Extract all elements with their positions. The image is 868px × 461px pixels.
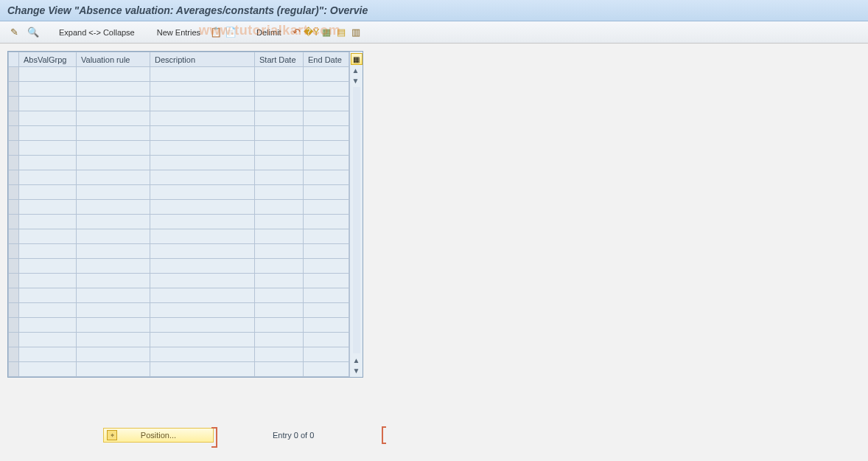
- cell-absvalgrpg[interactable]: [19, 229, 77, 244]
- cell-end-date[interactable]: [304, 97, 349, 111]
- row-selector[interactable]: [9, 318, 19, 333]
- row-selector[interactable]: [9, 185, 19, 200]
- table-row[interactable]: [9, 274, 349, 288]
- col-header-description[interactable]: Description: [150, 52, 255, 67]
- cell-description[interactable]: [150, 362, 255, 377]
- cell-start-date[interactable]: [255, 82, 304, 97]
- cell-end-date[interactable]: [304, 170, 349, 185]
- cell-absvalgrpg[interactable]: [19, 318, 77, 333]
- row-selector[interactable]: [9, 229, 19, 244]
- cell-end-date[interactable]: [304, 333, 349, 347]
- table-row[interactable]: [9, 82, 349, 97]
- cell-start-date[interactable]: [255, 215, 304, 229]
- row-selector[interactable]: [9, 362, 19, 377]
- row-selector[interactable]: [9, 347, 19, 362]
- cell-end-date[interactable]: [304, 288, 349, 303]
- cell-end-date[interactable]: [304, 347, 349, 362]
- scroll-down-icon[interactable]: ▲: [351, 355, 362, 365]
- cell-description[interactable]: [150, 288, 255, 303]
- table-row[interactable]: [9, 200, 349, 215]
- row-selector[interactable]: [9, 67, 19, 82]
- cell-absvalgrpg[interactable]: [19, 97, 77, 111]
- find-icon[interactable]: 🔍: [27, 26, 40, 39]
- col-header-end-date[interactable]: End Date: [304, 52, 349, 67]
- cell-valuation-rule[interactable]: [77, 111, 150, 126]
- cell-description[interactable]: [150, 97, 255, 111]
- cell-description[interactable]: [150, 170, 255, 185]
- cell-description[interactable]: [150, 126, 255, 141]
- cell-end-date[interactable]: [304, 274, 349, 288]
- expand-collapse-button[interactable]: Expand <-> Collapse: [56, 27, 138, 38]
- cell-end-date[interactable]: [304, 82, 349, 97]
- table-row[interactable]: [9, 244, 349, 259]
- copy-icon[interactable]: 📋: [209, 26, 223, 39]
- cell-valuation-rule[interactable]: [77, 215, 150, 229]
- select-all-cell[interactable]: [9, 52, 19, 67]
- scroll-track[interactable]: [353, 87, 360, 353]
- cell-start-date[interactable]: [255, 170, 304, 185]
- cell-valuation-rule[interactable]: [77, 67, 150, 82]
- cell-description[interactable]: [150, 82, 255, 97]
- vertical-scrollbar[interactable]: ▦ ▲ ▼ ▲ ▼: [349, 52, 363, 377]
- table-row[interactable]: [9, 111, 349, 126]
- cell-absvalgrpg[interactable]: [19, 288, 77, 303]
- cell-valuation-rule[interactable]: [77, 333, 150, 347]
- table-row[interactable]: [9, 97, 349, 111]
- cell-valuation-rule[interactable]: [77, 244, 150, 259]
- cell-start-date[interactable]: [255, 185, 304, 200]
- cell-description[interactable]: [150, 333, 255, 347]
- cell-start-date[interactable]: [255, 200, 304, 215]
- table-row[interactable]: [9, 259, 349, 274]
- cell-absvalgrpg[interactable]: [19, 185, 77, 200]
- cell-description[interactable]: [150, 303, 255, 318]
- scroll-down-bottom-icon[interactable]: ▼: [351, 365, 362, 375]
- cell-absvalgrpg[interactable]: [19, 333, 77, 347]
- cell-valuation-rule[interactable]: [77, 200, 150, 215]
- table-row[interactable]: [9, 318, 349, 333]
- cell-description[interactable]: [150, 67, 255, 82]
- cell-valuation-rule[interactable]: [77, 362, 150, 377]
- cell-absvalgrpg[interactable]: [19, 156, 77, 170]
- table-row[interactable]: [9, 156, 349, 170]
- row-selector[interactable]: [9, 156, 19, 170]
- cell-valuation-rule[interactable]: [77, 347, 150, 362]
- cell-start-date[interactable]: [255, 97, 304, 111]
- cell-end-date[interactable]: [304, 67, 349, 82]
- row-selector[interactable]: [9, 200, 19, 215]
- cell-end-date[interactable]: [304, 244, 349, 259]
- cell-valuation-rule[interactable]: [77, 274, 150, 288]
- cell-description[interactable]: [150, 244, 255, 259]
- table-row[interactable]: [9, 347, 349, 362]
- cell-absvalgrpg[interactable]: [19, 259, 77, 274]
- cell-description[interactable]: [150, 200, 255, 215]
- cell-end-date[interactable]: [304, 185, 349, 200]
- cell-start-date[interactable]: [255, 362, 304, 377]
- cell-absvalgrpg[interactable]: [19, 200, 77, 215]
- cell-valuation-rule[interactable]: [77, 170, 150, 185]
- cell-description[interactable]: [150, 259, 255, 274]
- cell-valuation-rule[interactable]: [77, 303, 150, 318]
- cell-absvalgrpg[interactable]: [19, 215, 77, 229]
- row-selector[interactable]: [9, 303, 19, 318]
- table-row[interactable]: [9, 126, 349, 141]
- row-selector[interactable]: [9, 215, 19, 229]
- cell-start-date[interactable]: [255, 259, 304, 274]
- cell-start-date[interactable]: [255, 318, 304, 333]
- change-mode-icon[interactable]: ✎: [7, 26, 21, 39]
- cell-start-date[interactable]: [255, 67, 304, 82]
- select-all-icon[interactable]: ▦: [320, 26, 333, 39]
- cell-start-date[interactable]: [255, 288, 304, 303]
- cell-valuation-rule[interactable]: [77, 229, 150, 244]
- position-button[interactable]: ⌖ Position...: [103, 428, 214, 443]
- cell-absvalgrpg[interactable]: [19, 244, 77, 259]
- cell-valuation-rule[interactable]: [77, 97, 150, 111]
- cell-absvalgrpg[interactable]: [19, 362, 77, 377]
- table-row[interactable]: [9, 333, 349, 347]
- cell-description[interactable]: [150, 318, 255, 333]
- cell-end-date[interactable]: [304, 362, 349, 377]
- row-selector[interactable]: [9, 141, 19, 156]
- cell-absvalgrpg[interactable]: [19, 67, 77, 82]
- col-header-absvalgrpg[interactable]: AbsValGrpg: [19, 52, 77, 67]
- scroll-up-top-icon[interactable]: ▲: [351, 65, 361, 75]
- cell-end-date[interactable]: [304, 200, 349, 215]
